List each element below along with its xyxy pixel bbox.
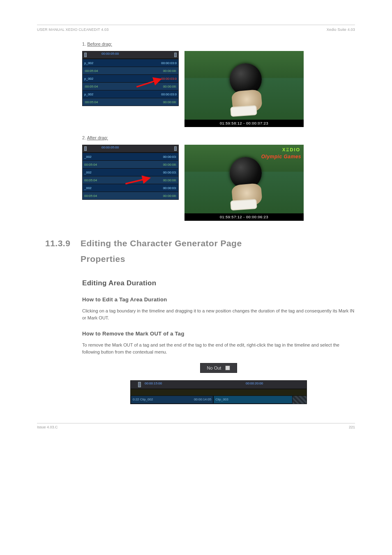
row-time: 00:00:03: bbox=[163, 155, 177, 159]
timecode-label: 01:59:58:12 - 00:00:07:23 bbox=[220, 121, 268, 125]
step-number-2: 2. bbox=[82, 135, 87, 140]
overlay-tag-text: Olympic Games bbox=[261, 154, 301, 160]
header-right: Xedio Suite 4.03 bbox=[327, 28, 355, 32]
footer-page-number: 221 bbox=[349, 425, 355, 429]
timeline-rows-after: _00200:00:03: 00:05:0400:00:08: _00200:0… bbox=[83, 153, 178, 199]
tag-no-out-region bbox=[293, 395, 307, 404]
row-time: 00:00:03: bbox=[163, 171, 177, 174]
clip-name: Clip_003 bbox=[215, 398, 228, 401]
row-label: :00:05:04 bbox=[84, 85, 98, 88]
step-text-1: Before drag: bbox=[87, 42, 112, 46]
row-label: :00:05:04 bbox=[84, 100, 98, 104]
section-title-line2: Properties bbox=[81, 254, 125, 264]
clip-name: Clip_002 bbox=[140, 398, 153, 401]
row-label: _002 bbox=[84, 171, 92, 174]
row-label: 00:05:04 bbox=[84, 163, 97, 166]
header-left: USER MANUAL XEDIO CLEANEDIT 4.03 bbox=[37, 28, 108, 32]
row-label: p_002 bbox=[84, 92, 93, 96]
ruler-tick: 00:00:05:00 bbox=[101, 146, 119, 149]
row-label: _002 bbox=[84, 186, 92, 190]
row-label: 00:05:04 bbox=[84, 194, 97, 198]
timeline-after: 00:00:05:00 _00200:00:03: 00:05:0400:00:… bbox=[82, 145, 179, 200]
figure-after: 00:00:05:00 _00200:00:03: 00:05:0400:00:… bbox=[82, 145, 355, 221]
figure-before: 00:00:05:00 p_00200:00:03:0 :00:05:0400:… bbox=[82, 51, 355, 127]
section-number: 11.3.9 bbox=[45, 236, 81, 251]
row-label: p_002 bbox=[84, 61, 93, 65]
timeline-rows-before: p_00200:00:03:0 :00:05:0400:00:08: p_002… bbox=[83, 59, 178, 106]
row-time: 00:00:08: bbox=[163, 163, 177, 166]
ruler-tick: 00:00:05:00 bbox=[101, 52, 119, 56]
row-time: 00:00:03:0 bbox=[161, 61, 177, 65]
clip-out-time: 00:00:14:05 bbox=[194, 398, 211, 401]
row-time: 00:00:03:0 bbox=[161, 92, 177, 96]
row-time: 00:00:08: bbox=[163, 178, 177, 182]
howto-body-1: Clicking on a tag boundary in the timeli… bbox=[82, 308, 355, 321]
clip-in-time: 0:22 bbox=[133, 398, 139, 401]
step-2-label: 2. After drag: bbox=[82, 134, 355, 141]
video-preview-before: 01:59:58:12 - 00:00:07:23 bbox=[184, 51, 304, 127]
page-header: USER MANUAL XEDIO CLEANEDIT 4.03 Xedio S… bbox=[37, 25, 355, 32]
howto-heading-1: How to Edit a Tag Area Duration bbox=[82, 296, 355, 303]
row-label: 00:05:04 bbox=[84, 178, 97, 182]
subsection-heading: Editing Area Duration bbox=[82, 279, 355, 287]
timecode-label: 01:59:57:12 - 00:00:06:23 bbox=[220, 215, 268, 219]
brand-logo: XΞDIO bbox=[282, 147, 300, 152]
footer-issue: Issue 4.03.C bbox=[37, 425, 58, 429]
row-time: 00:00:03: bbox=[163, 186, 177, 190]
no-out-button[interactable]: No Out bbox=[200, 363, 237, 373]
howto-body-2: To remove the Mark OUT of a tag and set … bbox=[82, 342, 355, 356]
row-time: 00:00:08: bbox=[163, 85, 177, 88]
step-number-1: 1. bbox=[82, 42, 87, 46]
step-text-2: After drag: bbox=[87, 135, 108, 140]
page-footer: Issue 4.03.C 221 bbox=[37, 423, 355, 429]
row-label: :00:05:04 bbox=[84, 69, 98, 73]
timeline-wide: 00:00:15:00 00:00:20:00 0:22 Clip_002 00… bbox=[130, 380, 307, 404]
howto-heading-2: How to Remove the Mark OUT of a Tag bbox=[82, 331, 355, 337]
section-title-line1: Editing the Character Generator Page bbox=[81, 238, 242, 248]
stop-icon bbox=[225, 365, 230, 370]
ruler-tick: 00:00:20:00 bbox=[246, 382, 263, 385]
row-time: 00:00:08: bbox=[163, 69, 177, 73]
video-preview-after: XΞDIO Olympic Games 01:59:57:12 - 00:00:… bbox=[184, 145, 304, 221]
section-heading: 11.3.9Editing the Character Generator Pa… bbox=[45, 236, 355, 267]
ruler-tick: 00:00:15:00 bbox=[145, 382, 162, 385]
row-label: _002 bbox=[84, 155, 92, 159]
no-out-label: No Out bbox=[207, 365, 221, 370]
step-1-label: 1. Before drag: bbox=[82, 41, 355, 48]
clip-b[interactable]: Clip_003 bbox=[213, 395, 293, 404]
page: USER MANUAL XEDIO CLEANEDIT 4.03 Xedio S… bbox=[0, 0, 392, 462]
row-label: p_002 bbox=[84, 77, 93, 81]
clip-a[interactable]: 0:22 Clip_002 00:00:14:05 bbox=[131, 395, 213, 404]
row-time: 00:00:03:0 bbox=[161, 77, 177, 81]
row-time: 00:00:08: bbox=[163, 100, 177, 104]
timeline-before: 00:00:05:00 p_00200:00:03:0 :00:05:0400:… bbox=[82, 51, 179, 106]
row-time: 00:00:08: bbox=[163, 194, 177, 198]
